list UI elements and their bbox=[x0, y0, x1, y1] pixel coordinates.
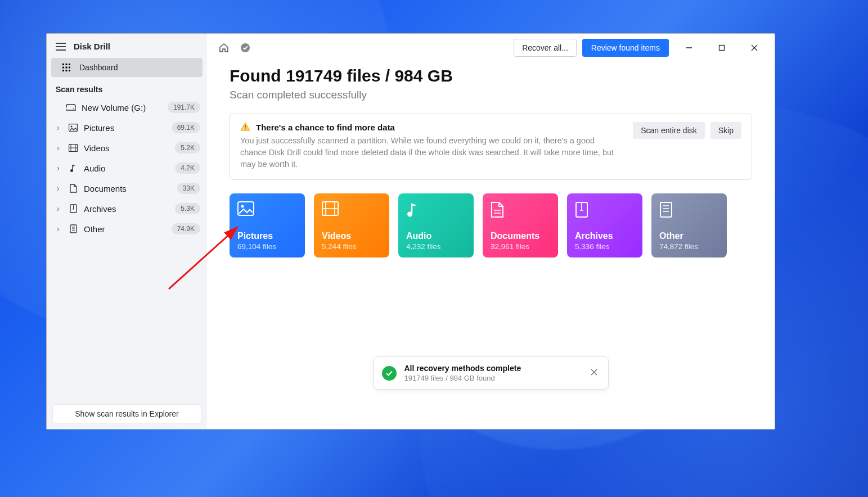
sidebar-item-label: Audio bbox=[84, 164, 169, 173]
maximize-button[interactable] bbox=[709, 39, 734, 57]
sidebar-section-scan-results: Scan results bbox=[47, 78, 207, 97]
svg-rect-6 bbox=[62, 70, 64, 71]
svg-rect-3 bbox=[62, 67, 64, 69]
film-icon bbox=[322, 201, 381, 218]
document-icon bbox=[68, 184, 78, 193]
card-documents[interactable]: Documents 32,961 files bbox=[483, 193, 558, 257]
sidebar-item-label: Other bbox=[84, 224, 166, 234]
card-pictures[interactable]: Pictures 69,104 files bbox=[230, 193, 305, 257]
button-label: Scan entire disk bbox=[641, 126, 697, 135]
image-icon bbox=[68, 124, 78, 132]
close-button[interactable] bbox=[742, 39, 767, 57]
sidebar-item-dashboard[interactable]: Dashboard bbox=[51, 58, 203, 77]
chevron-right-icon: › bbox=[57, 204, 62, 213]
minimize-button[interactable] bbox=[677, 39, 701, 57]
sidebar-item-label: Videos bbox=[84, 143, 169, 153]
chevron-right-icon: › bbox=[57, 143, 62, 152]
toast-title: All recovery methods complete bbox=[404, 364, 580, 373]
svg-point-9 bbox=[73, 109, 74, 110]
sidebar-header: Disk Drill bbox=[47, 34, 207, 57]
svg-point-11 bbox=[71, 126, 73, 128]
button-label: Review found items bbox=[591, 43, 660, 52]
svg-rect-17 bbox=[719, 46, 725, 51]
svg-point-13 bbox=[70, 169, 73, 172]
toast-close-button[interactable] bbox=[588, 366, 600, 381]
button-label: Show scan results in Explorer bbox=[75, 409, 178, 418]
chevron-right-icon: › bbox=[57, 184, 62, 193]
archive-icon bbox=[575, 201, 635, 218]
disk-icon bbox=[66, 104, 76, 111]
sidebar-item-videos[interactable]: › Videos 5.2K bbox=[47, 138, 207, 158]
sidebar-item-documents[interactable]: › Documents 33K bbox=[47, 178, 207, 198]
archive-icon bbox=[68, 204, 78, 213]
card-sub: 74,872 files bbox=[659, 242, 719, 251]
main-panel: Recover all... Review found items Found … bbox=[207, 34, 775, 429]
card-other[interactable]: Other 74,872 files bbox=[651, 193, 727, 257]
card-archives[interactable]: Archives 5,336 files bbox=[567, 193, 642, 257]
sidebar-item-count: 74.9K bbox=[172, 223, 200, 234]
card-audio[interactable]: Audio 4,232 files bbox=[398, 193, 474, 257]
file-icon bbox=[659, 201, 719, 218]
button-label: Recover all... bbox=[522, 43, 568, 52]
alert-heading: There's a chance to find more data bbox=[256, 123, 395, 132]
svg-rect-19 bbox=[238, 202, 254, 215]
svg-point-18 bbox=[245, 129, 246, 130]
button-label: Skip bbox=[718, 126, 734, 135]
sidebar: Disk Drill Dashboard Scan results New Vo… bbox=[47, 34, 207, 429]
check-circle-icon bbox=[382, 366, 397, 381]
chevron-right-icon: › bbox=[57, 164, 62, 173]
sidebar-item-audio[interactable]: › Audio 4.2K bbox=[47, 158, 207, 178]
scan-entire-disk-button[interactable]: Scan entire disk bbox=[633, 122, 705, 139]
sidebar-item-label: Pictures bbox=[84, 123, 166, 133]
document-icon bbox=[491, 201, 550, 218]
card-sub: 69,104 files bbox=[237, 242, 297, 251]
toolbar: Recover all... Review found items bbox=[207, 34, 775, 62]
card-sub: 5,336 files bbox=[575, 242, 635, 251]
sidebar-item-volume[interactable]: New Volume (G:) 191.7K bbox=[47, 97, 207, 118]
svg-rect-2 bbox=[69, 64, 70, 65]
card-sub: 5,244 files bbox=[322, 242, 381, 251]
sidebar-item-label: Documents bbox=[84, 184, 172, 193]
show-in-explorer-button[interactable]: Show scan results in Explorer bbox=[52, 404, 201, 423]
find-more-alert: There's a chance to find more data You j… bbox=[230, 114, 752, 180]
sidebar-item-other[interactable]: › Other 74.9K bbox=[47, 219, 207, 239]
svg-rect-1 bbox=[66, 64, 68, 65]
sidebar-item-pictures[interactable]: › Pictures 69.1K bbox=[47, 118, 207, 138]
card-title: Other bbox=[659, 231, 719, 241]
skip-button[interactable]: Skip bbox=[710, 122, 741, 139]
svg-point-22 bbox=[407, 212, 412, 217]
sidebar-item-count: 4.2K bbox=[175, 162, 200, 174]
category-cards: Pictures 69,104 files Videos 5,244 files bbox=[230, 193, 752, 257]
chevron-right-icon: › bbox=[57, 224, 62, 233]
svg-rect-7 bbox=[66, 70, 68, 71]
app-window: Disk Drill Dashboard Scan results New Vo… bbox=[46, 33, 775, 430]
sidebar-item-label: Archives bbox=[84, 204, 169, 214]
sidebar-item-count: 5.3K bbox=[175, 203, 200, 214]
check-badge-icon[interactable] bbox=[237, 40, 253, 56]
music-note-icon bbox=[406, 201, 466, 218]
card-videos[interactable]: Videos 5,244 files bbox=[314, 193, 389, 257]
card-sub: 32,961 files bbox=[491, 242, 550, 251]
sidebar-item-archives[interactable]: › Archives 5.3K bbox=[47, 198, 207, 219]
recover-all-button[interactable]: Recover all... bbox=[514, 39, 577, 57]
sidebar-item-label: Dashboard bbox=[79, 63, 194, 72]
music-note-icon bbox=[68, 164, 78, 173]
card-title: Documents bbox=[491, 231, 550, 241]
card-title: Audio bbox=[406, 231, 466, 241]
recovery-complete-toast: All recovery methods complete 191749 fil… bbox=[374, 356, 609, 390]
content: Found 191749 files / 984 GB Scan complet… bbox=[207, 62, 775, 257]
sidebar-item-count: 5.2K bbox=[175, 142, 200, 153]
sidebar-item-count: 33K bbox=[177, 183, 200, 194]
page-subtitle: Scan completed successfully bbox=[230, 89, 752, 101]
svg-rect-4 bbox=[66, 67, 68, 69]
svg-rect-0 bbox=[62, 64, 64, 65]
toast-sub: 191749 files / 984 GB found bbox=[404, 374, 580, 382]
card-title: Videos bbox=[322, 231, 381, 241]
svg-rect-24 bbox=[660, 202, 672, 217]
hamburger-icon[interactable] bbox=[56, 43, 66, 51]
review-found-items-button[interactable]: Review found items bbox=[582, 39, 669, 57]
page-title: Found 191749 files / 984 GB bbox=[230, 66, 752, 85]
app-title: Disk Drill bbox=[74, 42, 110, 51]
card-sub: 4,232 files bbox=[406, 242, 466, 251]
home-icon[interactable] bbox=[216, 40, 232, 56]
